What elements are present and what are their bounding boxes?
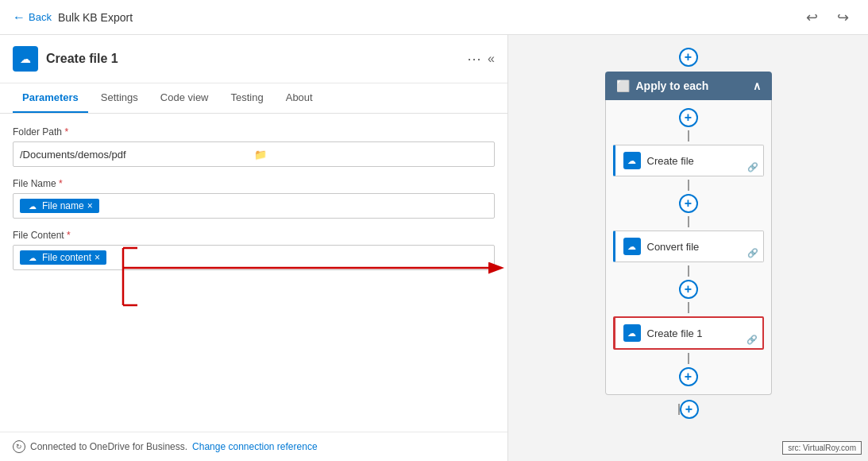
outer-plus-top: +: [679, 48, 698, 67]
top-bar-actions: ↩ ↪: [800, 6, 855, 29]
folder-browse-icon[interactable]: 📁: [254, 149, 488, 161]
page-title: Bulk KB Export: [58, 11, 133, 24]
apply-icon: ⬜: [616, 79, 630, 92]
undo-button[interactable]: ↩: [800, 6, 824, 29]
outer-plus-bottom: +: [678, 400, 699, 419]
tag-cloud-icon: ☁: [26, 201, 39, 211]
convert-file-card[interactable]: ☁ Convert file 🔗: [613, 230, 764, 262]
required-marker: *: [64, 126, 68, 138]
tab-testing[interactable]: Testing: [222, 83, 273, 113]
create-file-card[interactable]: ☁ Create file 🔗: [613, 145, 764, 176]
file-content-label: File Content *: [13, 230, 495, 241]
add-step-3[interactable]: +: [679, 280, 698, 299]
folder-path-label: Folder Path *: [13, 126, 495, 138]
file-content-tag: ☁ File content ×: [20, 250, 106, 265]
change-connection-link[interactable]: Change connection reference: [192, 441, 317, 452]
apply-header-left: ⬜ Apply to each: [616, 79, 709, 92]
folder-path-value: /Documents/demos/pdf: [20, 149, 254, 161]
add-step-top[interactable]: +: [679, 48, 698, 67]
connection-bar: ↻ Connected to OneDrive for Business. Ch…: [0, 432, 507, 461]
file-name-input[interactable]: ☁ File name ×: [13, 193, 495, 219]
panel-header: ☁ Create file 1 ⋯ «: [0, 35, 507, 83]
connector-3: [688, 216, 689, 227]
connection-icon: ↻: [13, 440, 25, 453]
add-step-2[interactable]: +: [679, 194, 698, 213]
file-name-tag: ☁ File name ×: [20, 199, 99, 213]
redo-button[interactable]: ↪: [831, 6, 855, 29]
apply-collapse-icon[interactable]: ∧: [753, 79, 761, 92]
panel-header-left: ☁ Create file 1: [13, 46, 118, 72]
right-panel: + ⬜ Apply to each ∧ + ☁ Create file: [508, 35, 868, 461]
tabs-bar: Parameters Settings Code view Testing Ab…: [0, 83, 507, 114]
file-content-tag-remove[interactable]: ×: [95, 252, 100, 263]
convert-file-label: Convert file: [647, 241, 700, 253]
add-step-4[interactable]: +: [679, 367, 698, 386]
add-step-bottom[interactable]: +: [680, 400, 699, 419]
convert-file-link-icon: 🔗: [747, 248, 758, 258]
top-bar: ← Back Bulk KB Export ↩ ↪: [0, 0, 868, 35]
back-arrow-icon: ←: [13, 10, 25, 25]
watermark: src: VirtualRoy.com: [782, 441, 862, 455]
file-name-field: File Name * ☁ File name ×: [13, 178, 495, 219]
apply-to-each-body: + ☁ Create file 🔗 + ☁ Convert file 🔗: [605, 100, 772, 395]
panel-header-right: ⋯ «: [467, 50, 495, 68]
add-step-1[interactable]: +: [679, 108, 698, 127]
left-panel: ☁ Create file 1 ⋯ « Parameters Settings …: [0, 35, 508, 461]
create-file-label: Create file: [647, 155, 694, 167]
apply-label: Apply to each: [636, 79, 709, 92]
required-marker3: *: [67, 230, 71, 241]
tab-codeview[interactable]: Code view: [151, 83, 218, 113]
create-file-1-icon: ☁: [623, 324, 641, 342]
main-layout: ☁ Create file 1 ⋯ « Parameters Settings …: [0, 35, 868, 461]
panel-title: Create file 1: [46, 52, 118, 66]
back-label: Back: [29, 11, 52, 23]
file-content-input[interactable]: ☁ File content ×: [13, 245, 495, 270]
connector-1: [688, 130, 689, 141]
cloud-icon: ☁: [20, 52, 31, 65]
flow-container: + ⬜ Apply to each ∧ + ☁ Create file: [508, 35, 868, 461]
connection-text: Connected to OneDrive for Business.: [30, 441, 187, 452]
file-name-tag-remove[interactable]: ×: [87, 200, 93, 211]
create-file-1-card[interactable]: ☁ Create file 1 🔗: [613, 316, 764, 350]
back-button[interactable]: ← Back: [13, 10, 52, 25]
create-file-1-label: Create file 1: [647, 327, 703, 339]
folder-path-input[interactable]: /Documents/demos/pdf 📁: [13, 141, 495, 167]
create-file-link-icon: 🔗: [747, 162, 758, 172]
connector-6: [688, 353, 689, 364]
apply-to-each-header[interactable]: ⬜ Apply to each ∧: [605, 72, 772, 100]
create-file-icon: ☁: [623, 152, 641, 169]
file-content-field: File Content * ☁ File content ×: [13, 230, 495, 270]
form-area: Folder Path * /Documents/demos/pdf 📁 Fil…: [0, 114, 507, 432]
convert-file-icon: ☁: [623, 238, 641, 255]
tag-cloud-icon2: ☁: [26, 253, 39, 263]
collapse-button[interactable]: «: [488, 52, 495, 66]
file-name-label: File Name *: [13, 178, 495, 189]
connector-2: [688, 180, 689, 191]
create-file-1-link-icon: 🔗: [746, 335, 758, 345]
folder-path-field: Folder Path * /Documents/demos/pdf 📁: [13, 126, 495, 167]
more-options-button[interactable]: ⋯: [467, 50, 481, 68]
panel-icon: ☁: [13, 46, 38, 72]
tab-about[interactable]: About: [276, 83, 322, 113]
tab-parameters[interactable]: Parameters: [13, 83, 88, 113]
top-bar-left: ← Back Bulk KB Export: [13, 10, 133, 25]
required-marker2: *: [59, 178, 63, 189]
tab-settings[interactable]: Settings: [91, 83, 148, 113]
connector-4: [688, 265, 689, 277]
connector-5: [688, 302, 689, 313]
